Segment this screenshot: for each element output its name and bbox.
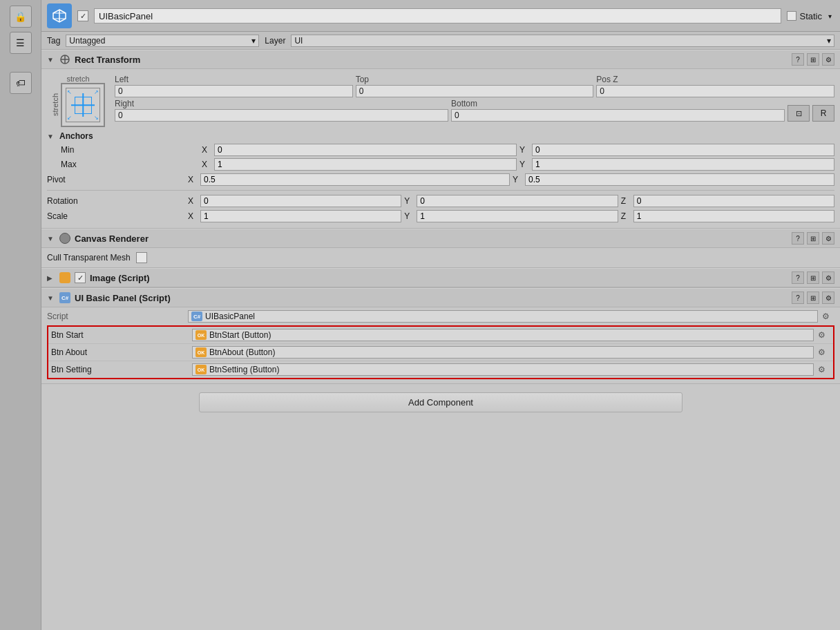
max-row: Max X Y [47, 158, 834, 171]
stretch-top-label: stretch [66, 75, 89, 83]
right-input[interactable] [115, 109, 448, 122]
scale-row: Scale X Y Z [47, 210, 834, 222]
tag-icon[interactable]: 🏷 [10, 72, 32, 94]
min-label: Min [61, 145, 199, 155]
rect-grid-btn[interactable]: ⊞ [807, 53, 819, 66]
canvas-renderer-content: Cull Transparent Mesh [41, 248, 840, 267]
rect-transform-header: ▼ Rect Transform ? ⊞ ⚙ [41, 50, 840, 69]
min-x-label: X [202, 145, 211, 155]
scale-y-field: Y [404, 210, 618, 222]
canvas-renderer-title: Canvas Renderer [75, 233, 149, 244]
object-active-checkbox[interactable]: ✓ [77, 10, 88, 21]
rotation-y-input[interactable] [417, 195, 618, 207]
layer-label: Layer [265, 36, 285, 46]
image-gear-btn[interactable]: ⚙ [822, 271, 834, 284]
posz-label: Pos Z [596, 75, 834, 84]
cull-label: Cull Transparent Mesh [47, 253, 131, 262]
max-label: Max [61, 160, 199, 169]
pivot-x-label: X [188, 175, 198, 184]
min-y-input[interactable] [532, 144, 834, 156]
image-active-checkbox[interactable]: ✓ [75, 272, 86, 283]
rotation-row: Rotation X Y Z [47, 195, 834, 207]
btn-start-gear[interactable]: ⚙ [817, 330, 826, 340]
pivot-y-label: Y [513, 175, 522, 184]
btn-about-gear[interactable]: ⚙ [817, 347, 826, 357]
right-field-block: Right [115, 99, 448, 122]
pivot-y-input[interactable] [525, 173, 834, 186]
static-dropdown-arrow[interactable]: ▾ [825, 11, 834, 21]
posz-input[interactable] [596, 85, 834, 97]
uibp-grid-btn[interactable]: ⊞ [807, 292, 819, 304]
btn-start-field[interactable]: OK BtnStart (Button) [192, 329, 814, 341]
add-component-button[interactable]: Add Component [199, 392, 682, 412]
cull-checkbox[interactable] [136, 252, 147, 263]
rb-fields: Right Bottom [115, 99, 785, 122]
static-checkbox[interactable] [787, 11, 796, 21]
layer-dropdown[interactable]: UI ▾ [291, 35, 834, 47]
anchors-collapse[interactable]: ▼ [47, 133, 55, 140]
rect-help-btn[interactable]: ? [792, 53, 804, 66]
image-grid-btn[interactable]: ⊞ [807, 271, 819, 284]
reset-btn[interactable]: R [812, 105, 834, 122]
btn-setting-row: Btn Setting OK BtnSetting (Button) ⚙ [48, 361, 833, 378]
rect-transform-section: ▼ Rect Transform ? ⊞ ⚙ [41, 50, 840, 229]
anchors-title: Anchors [59, 131, 93, 141]
btn-about-field[interactable]: OK BtnAbout (Button) [192, 346, 814, 359]
max-x-input[interactable] [214, 158, 517, 171]
list-icon[interactable]: ☰ [10, 32, 32, 54]
btn-start-ok-badge: OK [195, 330, 207, 340]
top-input[interactable] [356, 85, 594, 97]
uibp-help-btn[interactable]: ? [792, 292, 804, 304]
rotation-x-input[interactable] [200, 195, 401, 207]
tag-layer-bar: Tag Untagged ▾ Layer UI ▾ [41, 32, 840, 50]
scale-y-label: Y [404, 211, 414, 221]
scale-y-input[interactable] [417, 210, 618, 222]
canvas-grid-btn[interactable]: ⊞ [807, 232, 819, 245]
rotation-x-field: X [188, 195, 401, 207]
object-name-input[interactable] [94, 8, 781, 23]
scale-z-input[interactable] [633, 210, 834, 222]
scale-x-label: X [188, 211, 198, 221]
scale-x-input[interactable] [200, 210, 401, 222]
min-row: Min X Y [47, 144, 834, 156]
static-area: Static ▾ [787, 11, 834, 21]
image-script-icons: ? ⊞ ⚙ [792, 271, 834, 284]
tag-dropdown[interactable]: Untagged ▾ [66, 35, 259, 47]
left-input[interactable] [115, 85, 353, 97]
blueprint-btn[interactable]: ⊡ [788, 105, 810, 122]
anchor-box[interactable]: ↖ ↗ ↙ ↘ [61, 83, 105, 127]
script-label: Script [47, 312, 185, 321]
bottom-input[interactable] [451, 109, 785, 122]
image-help-btn[interactable]: ? [792, 271, 804, 284]
layer-dropdown-arrow: ▾ [827, 36, 831, 46]
right-label: Right [115, 99, 448, 108]
rect-gear-btn[interactable]: ⚙ [822, 53, 834, 66]
rotation-z-input[interactable] [633, 195, 834, 207]
anchors-header: ▼ Anchors [47, 131, 834, 141]
max-y-field: Y [519, 158, 834, 171]
rect-transform-title: Rect Transform [75, 55, 140, 65]
canvas-help-btn[interactable]: ? [792, 232, 804, 245]
rect-transform-collapse[interactable]: ▼ [47, 56, 55, 64]
ui-basic-panel-collapse[interactable]: ▼ [47, 294, 55, 302]
script-gear[interactable]: ⚙ [821, 312, 830, 321]
image-script-title: Image (Script) [90, 273, 150, 283]
min-x-input[interactable] [214, 144, 517, 156]
max-y-input[interactable] [532, 158, 834, 171]
max-x-label: X [202, 160, 211, 169]
min-y-field: Y [519, 144, 834, 156]
left-field-block: Left [115, 75, 353, 97]
btn-start-value: BtnStart (Button) [209, 330, 271, 340]
pivot-x-input[interactable] [200, 173, 510, 186]
btn-setting-gear[interactable]: ⚙ [817, 365, 826, 374]
bottom-field-block: Bottom [451, 99, 785, 122]
ltr-fields-row: Left Top Pos Z [115, 75, 834, 97]
btn-setting-field[interactable]: OK BtnSetting (Button) [192, 363, 814, 376]
lock-icon[interactable]: 🔒 [10, 6, 32, 28]
uibp-gear-btn[interactable]: ⚙ [822, 292, 834, 304]
ui-basic-panel-content: Script C# UIBasicPanel ⚙ Btn Start [41, 307, 840, 383]
image-script-expand[interactable]: ▶ [47, 274, 55, 282]
canvas-renderer-collapse[interactable]: ▼ [47, 235, 55, 242]
canvas-gear-btn[interactable]: ⚙ [822, 232, 834, 245]
cs-icon: C# [59, 292, 70, 303]
